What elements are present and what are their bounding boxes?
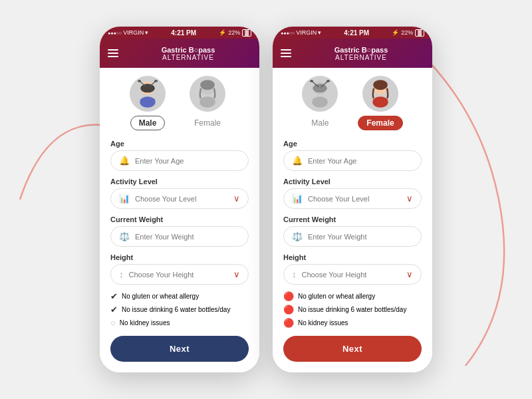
field-group-activity: Activity Level📊∨	[110, 178, 249, 209]
age-input[interactable]	[135, 157, 240, 165]
gluten-check-icon: ✔	[110, 291, 118, 301]
avatar-male[interactable]: Male	[130, 76, 166, 130]
kidney-check-icon: ○	[110, 318, 116, 328]
svg-point-18	[373, 80, 388, 90]
check-item-water[interactable]: ✔No issue drinking 6 water bottles/day	[110, 305, 249, 315]
water-label: No issue drinking 6 water bottles/day	[122, 306, 230, 313]
height-input-icon: ↕	[292, 269, 297, 279]
bypass-o: ○	[194, 46, 199, 54]
app-title: Gastric B○pass ALTERNATIVE	[298, 46, 424, 61]
check-item-kidney[interactable]: 🔴No kidney issues	[283, 318, 422, 328]
activity-input[interactable]	[308, 195, 401, 203]
menu-button[interactable]	[108, 49, 118, 57]
carrier-name: VIRGIN	[123, 29, 144, 36]
avatar-male[interactable]: Male	[302, 76, 338, 130]
carrier-signal: ●●●○○ VIRGIN ▾	[108, 29, 148, 36]
carrier-name: VIRGIN	[296, 29, 317, 36]
bluetooth-icon: ⚡	[392, 29, 399, 36]
check-item-gluten[interactable]: 🔴No gluten or wheat allergy	[283, 291, 422, 301]
height-chevron-icon: ∨	[406, 269, 413, 279]
kidney-label: No kidney issues	[298, 319, 348, 327]
app-title-main: Gastric B○pass	[298, 46, 424, 54]
main-content: Male FemaleAge🔔Activity Level📊∨Current W…	[273, 68, 432, 329]
height-input[interactable]	[129, 271, 229, 279]
male-avatar-icon	[130, 76, 166, 112]
weight-input[interactable]	[135, 233, 240, 241]
activity-chevron-icon: ∨	[406, 194, 413, 203]
age-input-icon: 🔔	[119, 156, 130, 166]
avatar-female[interactable]: Female	[358, 76, 402, 130]
activity-input[interactable]	[135, 195, 228, 203]
male-label[interactable]: Male	[303, 116, 337, 130]
activity-chevron-icon: ∨	[233, 194, 240, 203]
weight-input[interactable]	[308, 233, 413, 241]
kidney-label: No kidney issues	[120, 319, 170, 327]
battery-icon: ▓	[242, 29, 251, 37]
input-box-activity: 📊∨	[283, 188, 422, 209]
input-box-activity: 📊∨	[110, 188, 249, 209]
checklist: ✔No gluten or wheat allergy✔No issue dri…	[110, 291, 249, 328]
field-group-activity: Activity Level📊∨	[283, 178, 422, 209]
check-item-gluten[interactable]: ✔No gluten or wheat allergy	[110, 291, 249, 301]
field-label-activity: Activity Level	[110, 178, 249, 186]
height-input[interactable]	[302, 271, 402, 279]
svg-point-1	[140, 84, 155, 92]
checklist: 🔴No gluten or wheat allergy🔴No issue dri…	[283, 291, 422, 328]
battery-area: ⚡ 22% ▓	[392, 29, 424, 37]
input-box-age: 🔔	[110, 150, 249, 171]
height-chevron-icon: ∨	[233, 269, 240, 279]
age-input[interactable]	[308, 157, 413, 165]
bluetooth-icon: ⚡	[219, 29, 226, 36]
water-check-icon: 🔴	[283, 305, 294, 315]
battery-icon: ▓	[415, 29, 424, 37]
input-box-height: ↕∨	[283, 264, 422, 285]
svg-point-8	[200, 80, 215, 90]
male-label[interactable]: Male	[130, 116, 166, 130]
field-group-age: Age🔔	[283, 140, 422, 171]
app-header: Gastric B○pass ALTERNATIVE	[100, 39, 259, 68]
gluten-check-icon: 🔴	[283, 291, 294, 301]
gender-selection: Male Female	[283, 76, 422, 130]
field-group-weight: Current Weight⚖️	[110, 215, 249, 247]
carrier-signal: ●●●○○ VIRGIN ▾	[281, 29, 321, 36]
field-label-age: Age	[283, 140, 422, 148]
app-header: Gastric B○pass ALTERNATIVE	[273, 39, 432, 68]
kidney-check-icon: 🔴	[283, 318, 294, 328]
activity-input-icon: 📊	[119, 194, 130, 203]
field-group-age: Age🔔	[110, 140, 249, 171]
check-item-kidney[interactable]: ○No kidney issues	[110, 318, 249, 328]
weight-input-icon: ⚖️	[292, 231, 303, 241]
next-button[interactable]: Next	[110, 336, 249, 362]
weight-input-icon: ⚖️	[119, 231, 130, 241]
water-check-icon: ✔	[110, 305, 118, 315]
app-title: Gastric B○pass ALTERNATIVE	[125, 46, 251, 61]
footer: Next	[100, 329, 259, 372]
next-button[interactable]: Next	[283, 336, 422, 362]
female-label[interactable]: Female	[186, 116, 229, 130]
avatar-female[interactable]: Female	[186, 76, 229, 130]
menu-button[interactable]	[281, 49, 291, 57]
battery-area: ⚡ 22% ▓	[219, 29, 251, 37]
app-title-main: Gastric B○pass	[125, 46, 251, 54]
field-label-weight: Current Weight	[283, 215, 422, 223]
input-box-age: 🔔	[283, 150, 422, 171]
activity-input-icon: 📊	[292, 194, 303, 203]
field-label-height: Height	[110, 253, 249, 261]
gender-selection: Male Female	[110, 76, 249, 130]
wifi-icon: ▾	[318, 29, 321, 36]
phones-container: ●●●○○ VIRGIN ▾ 4:21 PM ⚡ 22% ▓ Gastric B…	[100, 27, 432, 372]
svg-point-11	[313, 84, 327, 92]
battery-percent: 22%	[228, 29, 240, 36]
check-item-water[interactable]: 🔴No issue drinking 6 water bottles/day	[283, 305, 422, 315]
female-avatar-icon	[362, 76, 398, 112]
footer: Next	[273, 329, 432, 372]
app-title-sub: ALTERNATIVE	[298, 54, 424, 61]
phone-right: ●●●○○ VIRGIN ▾ 4:21 PM ⚡ 22% ▓ Gastric B…	[273, 27, 432, 372]
status-time: 4:21 PM	[344, 29, 369, 37]
input-box-height: ↕∨	[110, 264, 249, 285]
status-bar: ●●●○○ VIRGIN ▾ 4:21 PM ⚡ 22% ▓	[273, 27, 432, 39]
female-avatar-icon	[190, 76, 225, 112]
wifi-icon: ▾	[145, 29, 148, 36]
female-label[interactable]: Female	[358, 116, 402, 130]
field-label-height: Height	[283, 253, 422, 261]
